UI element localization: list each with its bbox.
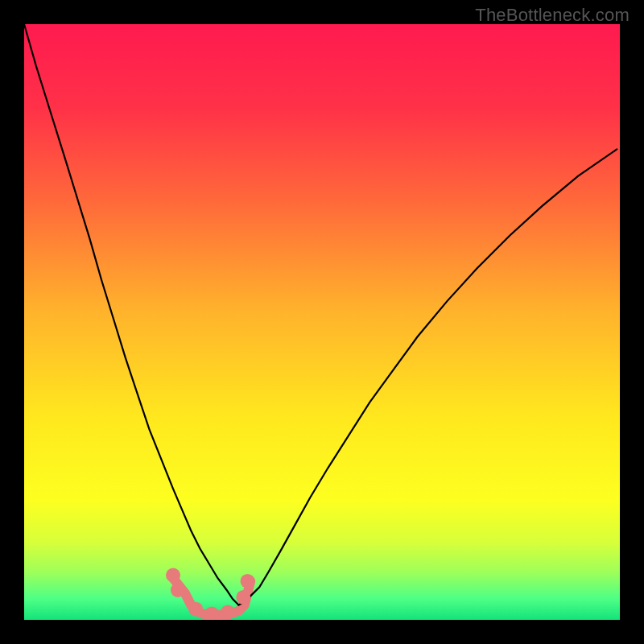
- data-point: [236, 590, 250, 605]
- plot-area: [24, 24, 620, 620]
- curve-right: [238, 149, 617, 605]
- data-point: [171, 583, 185, 597]
- data-point: [166, 568, 180, 583]
- chart-frame: TheBottleneck.com: [0, 0, 644, 644]
- chart-svg-layer: [24, 24, 620, 620]
- watermark-text: TheBottleneck.com: [475, 5, 630, 26]
- data-point: [188, 602, 203, 617]
- data-point: [204, 607, 219, 620]
- curve-left: [24, 24, 238, 605]
- data-point: [241, 574, 255, 588]
- data-point: [221, 605, 235, 619]
